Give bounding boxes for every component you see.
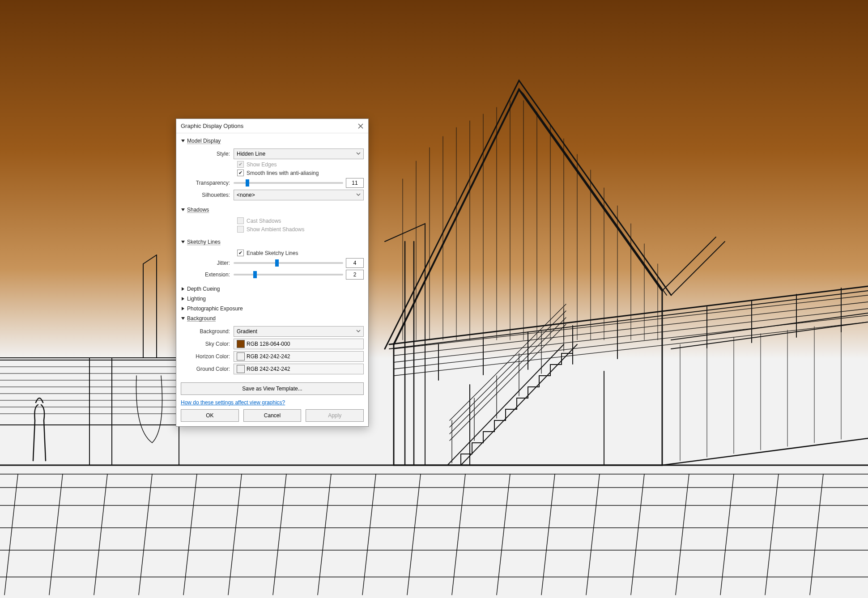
expand-right-icon <box>181 287 185 291</box>
sky-color-swatch <box>237 340 245 348</box>
cancel-label: Cancel <box>264 412 281 419</box>
transparency-slider[interactable] <box>234 182 343 184</box>
section-label: Background <box>187 315 216 322</box>
section-label: Model Display <box>187 138 221 144</box>
svg-marker-3 <box>182 287 184 291</box>
svg-marker-0 <box>181 140 185 142</box>
ok-label: OK <box>206 412 213 419</box>
smooth-lines-checkbox[interactable] <box>237 170 244 176</box>
apply-button: Apply <box>306 409 364 422</box>
horizon-color-label: Horizon Color: <box>181 353 234 360</box>
background-value: Gradient <box>237 328 257 335</box>
transparency-value[interactable]: 11 <box>346 178 364 188</box>
svg-marker-4 <box>182 297 184 301</box>
section-label: Shadows <box>187 207 209 213</box>
silhouettes-label: Silhouettes: <box>181 192 234 198</box>
silhouettes-value: <none> <box>237 192 255 198</box>
section-sketchy-content: Enable Sketchy Lines Jitter: 4 Extension… <box>181 247 364 284</box>
close-icon <box>358 123 363 129</box>
jitter-label: Jitter: <box>181 260 234 266</box>
ambient-shadows-label: Show Ambient Shadows <box>247 226 304 233</box>
ground-color-swatch <box>237 365 245 373</box>
horizon-color-value: RGB 242-242-242 <box>247 353 290 360</box>
extension-slider[interactable] <box>234 274 343 276</box>
enable-sketchy-checkbox[interactable] <box>237 250 244 256</box>
section-label: Lighting <box>187 296 206 302</box>
chevron-down-icon <box>356 192 361 198</box>
expand-down-icon <box>181 139 185 143</box>
expand-down-icon <box>181 240 185 244</box>
section-label: Depth Cueing <box>187 286 220 292</box>
svg-marker-5 <box>182 307 184 310</box>
save-template-label: Save as View Template... <box>242 386 302 392</box>
horizon-color-button[interactable]: RGB 242-242-242 <box>234 351 364 362</box>
background-select[interactable]: Gradient <box>234 326 364 337</box>
background-label: Background: <box>181 328 234 335</box>
section-label: Photographic Exposure <box>187 305 243 312</box>
transparency-label: Transparency: <box>181 180 234 186</box>
viewport-background <box>0 0 868 598</box>
section-background-content: Background: Gradient Sky Color: RGB 128-… <box>181 323 364 379</box>
sky-color-value: RGB 128-064-000 <box>247 341 290 347</box>
expand-down-icon <box>181 208 185 212</box>
apply-label: Apply <box>328 412 341 419</box>
style-select[interactable]: Hidden Line <box>234 148 364 159</box>
svg-marker-2 <box>181 241 185 243</box>
jitter-slider[interactable] <box>234 262 343 264</box>
building-sketch <box>0 0 868 598</box>
ok-button[interactable]: OK <box>181 409 239 422</box>
smooth-lines-label: Smooth lines with anti-aliasing <box>247 170 319 176</box>
chevron-down-icon <box>356 151 361 157</box>
extension-label: Extension: <box>181 271 234 278</box>
style-value: Hidden Line <box>237 151 265 157</box>
dialog-title: Graphic Display Options <box>181 123 243 129</box>
cast-shadows-checkbox <box>237 217 244 224</box>
enable-sketchy-label: Enable Sketchy Lines <box>247 250 298 256</box>
cast-shadows-label: Cast Shadows <box>247 218 281 224</box>
dialog-body: Model Display Style: Hidden Line Show Ed… <box>176 133 368 426</box>
sky-color-label: Sky Color: <box>181 341 234 347</box>
ambient-shadows-checkbox <box>237 226 244 233</box>
silhouettes-select[interactable]: <none> <box>234 190 364 200</box>
section-model-display-content: Style: Hidden Line Show Edges Smooth lin… <box>181 146 364 205</box>
expand-down-icon <box>181 316 185 321</box>
show-edges-checkbox <box>237 161 244 168</box>
section-label: Sketchy Lines <box>187 239 221 245</box>
section-model-display-header[interactable]: Model Display <box>181 136 364 146</box>
expand-right-icon <box>181 297 185 301</box>
ground-color-button[interactable]: RGB 242-242-242 <box>234 364 364 374</box>
section-photo-exposure-header[interactable]: Photographic Exposure <box>181 304 364 314</box>
section-sketchy-header[interactable]: Sketchy Lines <box>181 237 364 247</box>
svg-marker-6 <box>181 317 185 320</box>
close-button[interactable] <box>357 123 364 129</box>
section-background-header[interactable]: Background <box>181 314 364 323</box>
style-label: Style: <box>181 151 234 157</box>
svg-marker-1 <box>181 208 185 211</box>
section-lighting-header[interactable]: Lighting <box>181 294 364 304</box>
ground-color-label: Ground Color: <box>181 366 234 372</box>
show-edges-label: Show Edges <box>247 161 277 168</box>
cancel-button[interactable]: Cancel <box>243 409 302 422</box>
ground-color-value: RGB 242-242-242 <box>247 366 290 372</box>
sky-color-button[interactable]: RGB 128-064-000 <box>234 339 364 349</box>
graphic-display-options-dialog: Graphic Display Options Model Display St… <box>176 119 369 427</box>
dialog-titlebar[interactable]: Graphic Display Options <box>176 119 368 133</box>
section-shadows-content: Cast Shadows Show Ambient Shadows <box>181 215 364 237</box>
section-depth-cueing-header[interactable]: Depth Cueing <box>181 284 364 294</box>
chevron-down-icon <box>356 328 361 335</box>
extension-value[interactable]: 2 <box>346 270 364 280</box>
save-as-view-template-button[interactable]: Save as View Template... <box>181 382 364 395</box>
expand-right-icon <box>181 306 185 311</box>
horizon-color-swatch <box>237 352 245 360</box>
section-shadows-header[interactable]: Shadows <box>181 205 364 215</box>
help-link[interactable]: How do these settings affect view graphi… <box>181 399 364 406</box>
jitter-value[interactable]: 4 <box>346 258 364 268</box>
